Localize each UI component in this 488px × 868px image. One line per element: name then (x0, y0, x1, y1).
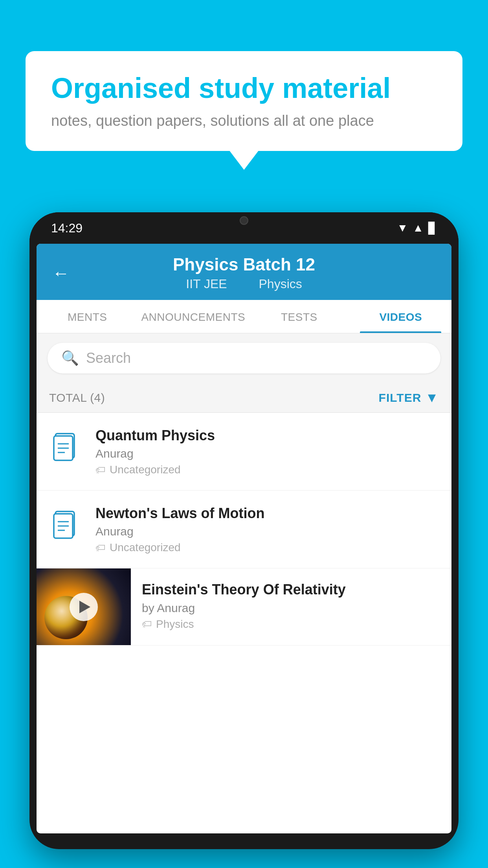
video-title-3: Einstein's Theory Of Relativity (142, 581, 440, 598)
video-info-2: Newton's Laws of Motion Anurag 🏷 Uncateg… (95, 505, 439, 554)
tag-label-1: Uncategorized (110, 463, 181, 476)
speech-bubble: Organised study material notes, question… (26, 51, 462, 151)
phone-top-bar: 14:29 ▼ ▲ ▊ (29, 212, 459, 244)
tag-icon-2: 🏷 (95, 542, 106, 554)
filter-row: TOTAL (4) FILTER ▼ (37, 383, 451, 413)
play-icon (79, 601, 90, 613)
file-svg-icon (52, 431, 82, 465)
play-button[interactable] (70, 593, 98, 621)
phone-screen: ← Physics Batch 12 IIT JEE Physics MENTS (37, 244, 451, 833)
filter-funnel-icon: ▼ (425, 390, 439, 405)
phone-notch (220, 212, 268, 229)
filter-label: FILTER (379, 391, 422, 405)
tag-icon-1: 🏷 (95, 464, 106, 476)
video-list: Quantum Physics Anurag 🏷 Uncategorized (37, 413, 451, 645)
app-header: ← Physics Batch 12 IIT JEE Physics (37, 244, 451, 300)
wifi-icon: ▼ (397, 222, 408, 234)
battery-icon: ▊ (428, 222, 437, 235)
file-svg-icon-2 (52, 509, 82, 542)
phone-time: 14:29 (51, 221, 83, 235)
tag-label-3: Physics (156, 618, 194, 631)
list-item[interactable]: Quantum Physics Anurag 🏷 Uncategorized (37, 413, 451, 491)
search-icon: 🔍 (61, 350, 79, 366)
video-author-1: Anurag (95, 447, 439, 460)
video-tag-3: 🏷 Physics (142, 618, 440, 631)
file-icon-2 (49, 508, 84, 543)
header-row: ← Physics Batch 12 IIT JEE Physics (52, 255, 436, 291)
header-subtitle-iitjee: IIT JEE (186, 277, 227, 291)
phone-camera (240, 216, 248, 225)
speech-bubble-container: Organised study material notes, question… (26, 51, 462, 151)
search-container: 🔍 Search (37, 333, 451, 383)
bubble-title: Organised study material (51, 73, 437, 104)
tab-videos[interactable]: VIDEOS (350, 300, 451, 333)
video-info-3: Einstein's Theory Of Relativity by Anura… (131, 568, 451, 643)
filter-button[interactable]: FILTER ▼ (379, 390, 439, 405)
video-thumbnail (37, 568, 131, 645)
tab-announcements[interactable]: ANNOUNCEMENTS (138, 300, 248, 333)
list-item[interactable]: Einstein's Theory Of Relativity by Anura… (37, 568, 451, 645)
header-subtitle-physics: Physics (259, 277, 302, 291)
tag-label-2: Uncategorized (110, 541, 181, 554)
total-count: TOTAL (4) (49, 391, 105, 405)
bubble-subtitle: notes, question papers, solutions all at… (51, 112, 437, 129)
video-author-3: by Anurag (142, 601, 440, 615)
video-tag-1: 🏷 Uncategorized (95, 463, 439, 476)
tab-tests[interactable]: TESTS (248, 300, 350, 333)
search-placeholder: Search (86, 350, 131, 366)
signal-icon: ▲ (413, 222, 424, 234)
header-center: Physics Batch 12 IIT JEE Physics (173, 255, 315, 291)
list-item[interactable]: Newton's Laws of Motion Anurag 🏷 Uncateg… (37, 491, 451, 568)
phone-container: 14:29 ▼ ▲ ▊ ← Physics Batch 12 IIT JEE (29, 212, 459, 868)
tag-icon-3: 🏷 (142, 618, 152, 630)
phone: 14:29 ▼ ▲ ▊ ← Physics Batch 12 IIT JEE (29, 212, 459, 849)
search-bar[interactable]: 🔍 Search (48, 343, 440, 373)
tab-ments[interactable]: MENTS (37, 300, 138, 333)
video-title-1: Quantum Physics (95, 427, 439, 444)
phone-status-icons: ▼ ▲ ▊ (397, 222, 437, 235)
video-info-1: Quantum Physics Anurag 🏷 Uncategorized (95, 427, 439, 476)
video-author-2: Anurag (95, 525, 439, 538)
tabs-bar: MENTS ANNOUNCEMENTS TESTS VIDEOS (37, 300, 451, 333)
header-subtitle: IIT JEE Physics (173, 277, 315, 291)
header-title: Physics Batch 12 (173, 255, 315, 274)
file-icon-1 (49, 430, 84, 465)
video-title-2: Newton's Laws of Motion (95, 505, 439, 522)
back-arrow-button[interactable]: ← (52, 263, 70, 283)
video-tag-2: 🏷 Uncategorized (95, 541, 439, 554)
